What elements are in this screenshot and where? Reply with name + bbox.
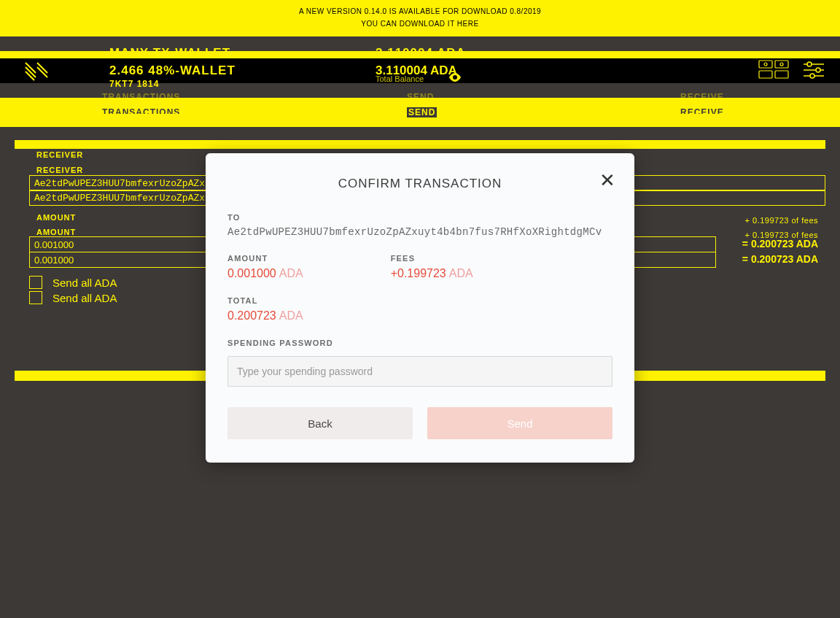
- fees-block: FEES +0.199723ADA: [391, 254, 473, 280]
- eye-icon[interactable]: [449, 73, 461, 82]
- fees-label-modal: FEES: [391, 254, 473, 263]
- send-all-label-ghost: Send all ADA: [52, 277, 117, 289]
- total-value-modal: 0.200723ADA: [228, 309, 612, 322]
- app-logo[interactable]: [7, 47, 73, 94]
- hardware-wallet-icon[interactable]: [758, 60, 789, 80]
- update-banner: A NEW VERSION 0.14.0 IS AVAILABLE FOR DO…: [0, 0, 840, 36]
- tab-send[interactable]: SEND: [407, 107, 437, 117]
- svg-rect-1: [759, 61, 772, 68]
- receiver-label-ghost: RECEIVER: [36, 150, 83, 159]
- modal-title: CONFIRM TRANSACTION: [228, 177, 612, 191]
- svg-point-0: [454, 77, 456, 79]
- fees-note-ghost: + 0.199723 of fees: [745, 216, 818, 225]
- amount-value-modal: 0.001000ADA: [228, 267, 303, 280]
- amount-label-ghost: AMOUNT: [36, 213, 76, 222]
- back-button[interactable]: Back: [228, 407, 413, 439]
- send-all-label: Send all ADA: [52, 292, 117, 304]
- spending-password-input[interactable]: [228, 356, 612, 387]
- total-label-modal: TOTAL: [228, 296, 612, 305]
- svg-rect-4: [775, 71, 788, 78]
- form-top-strip: [15, 140, 825, 149]
- send-button[interactable]: Send: [427, 407, 612, 439]
- amount-label: AMOUNT: [36, 228, 76, 236]
- settings-sliders-icon[interactable]: [802, 60, 825, 80]
- send-all-checkbox-ghost: [29, 276, 42, 289]
- svg-point-8: [807, 62, 812, 66]
- tab-underline-left: [0, 114, 280, 127]
- svg-point-5: [764, 63, 767, 66]
- send-all-checkbox[interactable]: [29, 291, 42, 304]
- total-equals-ghost: = 0.200723 ADA: [742, 238, 818, 250]
- wallet-name-ghost: 2.466 48%: [109, 63, 175, 77]
- to-address: Ae2tdPwUPEZ3HUU7bmfexrUzoZpAZxuyt4b4bn7f…: [228, 226, 612, 238]
- fees-value-modal: +0.199723ADA: [391, 267, 473, 280]
- svg-rect-2: [775, 61, 788, 68]
- svg-point-10: [816, 68, 820, 72]
- total-block: TOTAL 0.200723ADA: [228, 296, 612, 322]
- svg-point-6: [780, 63, 783, 66]
- tab-underline-right: [560, 114, 840, 127]
- wallet-sub-id: 7KT7 1814: [109, 79, 159, 89]
- svg-rect-3: [759, 71, 772, 78]
- banner-line2[interactable]: YOU CAN DOWNLOAD IT HERE: [0, 20, 840, 28]
- amount-block: AMOUNT 0.001000ADA: [228, 254, 303, 280]
- banner-line1: A NEW VERSION 0.14.0 IS AVAILABLE FOR DO…: [0, 7, 840, 15]
- close-icon[interactable]: ✕: [599, 171, 615, 190]
- total-balance-label: Total Balance: [376, 74, 424, 83]
- amount-label-modal: AMOUNT: [228, 254, 303, 263]
- total-equals: = 0.200723 ADA: [742, 253, 818, 265]
- svg-point-12: [810, 74, 814, 78]
- confirm-transaction-modal: ✕ CONFIRM TRANSACTION TO Ae2tdPwUPEZ3HUU…: [206, 153, 634, 463]
- to-label: TO: [228, 213, 612, 222]
- spending-password-label: SPENDING PASSWORD: [228, 339, 612, 347]
